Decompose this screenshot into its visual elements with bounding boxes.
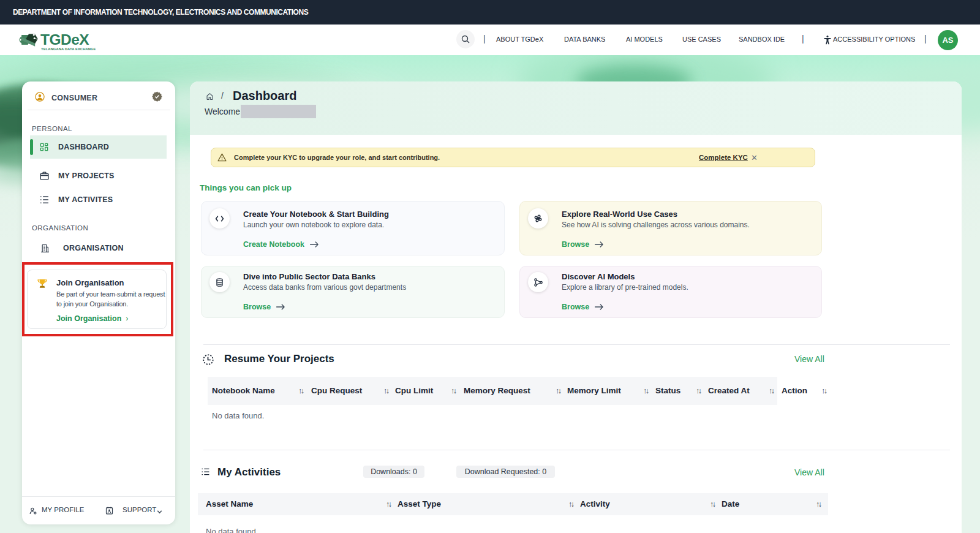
- svg-text:TGDeX: TGDeX: [40, 31, 89, 48]
- svg-text:TELANGANA DATA EXCHANGE: TELANGANA DATA EXCHANGE: [41, 47, 96, 51]
